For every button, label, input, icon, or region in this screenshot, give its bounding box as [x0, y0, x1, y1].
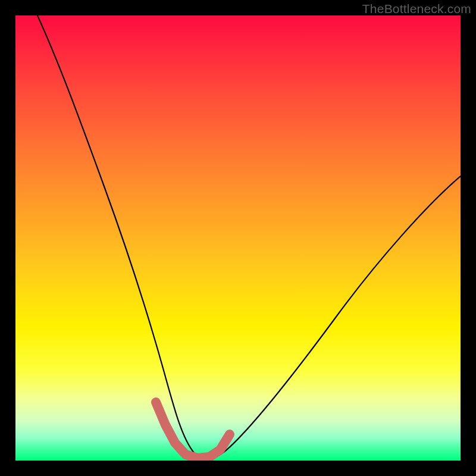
optimal-marker-path	[156, 402, 230, 458]
curve-layer	[15, 15, 461, 461]
bottleneck-curve-path	[33, 15, 461, 458]
watermark-text: TheBottleneck.com	[362, 2, 471, 16]
plot-area	[15, 15, 461, 461]
chart-frame: TheBottleneck.com	[0, 0, 476, 476]
